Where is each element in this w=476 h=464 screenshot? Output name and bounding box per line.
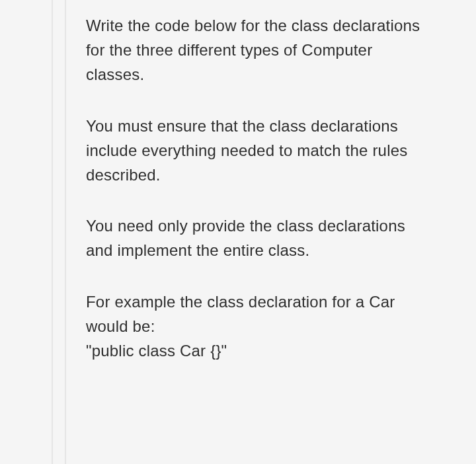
paragraph-4: For example the class declaration for a …: [86, 290, 430, 364]
paragraph-1: Write the code below for the class decla…: [86, 13, 430, 87]
paragraph-2: You must ensure that the class declarati…: [86, 114, 430, 188]
paragraph-3: You need only provide the class declarat…: [86, 213, 430, 262]
left-margin-bar-outer: [52, 0, 53, 464]
left-margin-bar-inner: [65, 0, 66, 464]
document-content: Write the code below for the class decla…: [86, 13, 430, 363]
